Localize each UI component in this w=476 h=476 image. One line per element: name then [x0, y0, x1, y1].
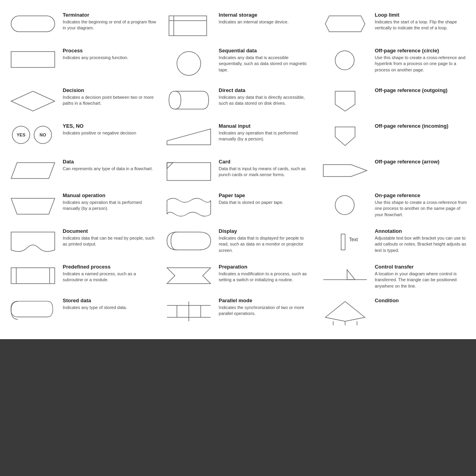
title-condition: Condition [375, 298, 469, 303]
item-annotation: Text AnnotationAdjustable text box with … [316, 224, 472, 260]
desc-terminator: Indicates the beginning or end of a prog… [63, 19, 157, 31]
bottom-panel [0, 339, 476, 476]
shape-card[interactable] [163, 159, 215, 184]
shape-annotation[interactable]: Text [319, 228, 371, 256]
shape-loop-limit[interactable] [319, 12, 371, 36]
text-sequential-data: Sequential dataIndicates any data that i… [219, 48, 313, 73]
shape-predefined-process[interactable] [7, 264, 59, 288]
shape-control-transfer[interactable] [319, 264, 371, 290]
title-loop-limit: Loop limit [375, 12, 469, 18]
svg-marker-9 [335, 91, 355, 111]
item-control-transfer: Control transferA location in your diagr… [316, 260, 472, 294]
svg-marker-31 [347, 270, 355, 280]
svg-point-23 [335, 196, 354, 215]
shape-stored-data[interactable] [7, 298, 59, 323]
svg-marker-16 [11, 163, 55, 178]
title-document: Document [63, 228, 157, 234]
title-direct-data: Direct data [219, 87, 313, 93]
item-internal-storage: Internal storageIndicates an internal st… [160, 8, 316, 44]
title-off-page-arrow: Off-page reference (arrow) [375, 159, 469, 165]
text-data: DataCan represents any type of data in a… [63, 159, 157, 172]
shape-display[interactable] [163, 228, 215, 254]
title-yes-no: YES, NO [63, 123, 157, 129]
desc-paper-tape: Data that is stored on paper tape. [219, 200, 313, 205]
shape-yes-no[interactable]: YES NO [7, 123, 59, 147]
svg-marker-29 [167, 268, 211, 284]
svg-marker-14 [167, 129, 211, 145]
text-off-page-arrow: Off-page reference (arrow) [375, 159, 469, 166]
title-decision: Decision [63, 87, 157, 93]
shape-condition[interactable] [319, 298, 371, 327]
desc-data: Can represents any type of data in a flo… [63, 166, 157, 172]
shape-sequential-data[interactable] [163, 48, 215, 79]
title-off-page-outgoing: Off-page reference (outgoing) [375, 87, 469, 93]
title-terminator: Terminator [63, 12, 157, 18]
text-control-transfer: Control transferA location in your diagr… [375, 264, 469, 289]
flowchart-reference: TerminatorIndicates the beginning or end… [0, 0, 476, 339]
shape-on-page-reference[interactable] [319, 192, 371, 218]
shape-data[interactable] [7, 159, 59, 182]
desc-loop-limit: Indicates the start of a loop. Flip the … [375, 19, 469, 31]
desc-off-page-circle: Use this shape to create a cross-referen… [375, 55, 469, 73]
desc-direct-data: Indicates any data that is directly acce… [219, 94, 313, 107]
item-off-page-outgoing: Off-page reference (outgoing) [316, 83, 472, 119]
shape-decision[interactable] [7, 87, 59, 115]
shape-process[interactable] [7, 48, 59, 71]
svg-marker-4 [325, 16, 365, 32]
shape-terminator[interactable] [7, 12, 59, 36]
item-off-page-incoming: Off-page reference (incoming) [316, 119, 472, 155]
text-stored-data: Stored dataIndicates any type of stored … [63, 298, 157, 311]
title-paper-tape: Paper tape [219, 192, 313, 198]
item-predefined-process: Predefined processIndicates a named proc… [4, 260, 160, 294]
desc-document: Indicates data that can be read by peopl… [63, 235, 157, 248]
title-off-page-incoming: Off-page reference (incoming) [375, 123, 469, 129]
shape-document[interactable] [7, 228, 59, 256]
shape-preparation[interactable] [163, 264, 215, 288]
title-internal-storage: Internal storage [219, 12, 313, 18]
svg-marker-8 [11, 91, 55, 111]
text-annotation: AnnotationAdjustable text box with brack… [375, 228, 469, 253]
svg-text:YES: YES [17, 132, 25, 137]
shape-paper-tape[interactable] [163, 192, 215, 220]
title-control-transfer: Control transfer [375, 264, 469, 270]
item-off-page-circle: Off-page reference (circle)Use this shap… [316, 44, 472, 83]
item-document: DocumentIndicates data that can be read … [4, 224, 160, 260]
text-document: DocumentIndicates data that can be read … [63, 228, 157, 248]
svg-marker-39 [325, 301, 365, 321]
item-on-page-reference: On-page referenceUse this shape to creat… [316, 188, 472, 224]
text-manual-input: Manual inputIndicates any operation that… [219, 123, 313, 142]
svg-marker-15 [335, 127, 355, 146]
shape-manual-input[interactable] [163, 123, 215, 149]
shape-direct-data[interactable] [163, 87, 215, 113]
shape-off-page-circle[interactable] [319, 48, 371, 73]
item-condition: Condition [316, 294, 472, 331]
desc-sequential-data: Indicates any data that is accessible se… [219, 55, 313, 73]
text-manual-operation: Manual operationIndicates any operation … [63, 192, 157, 212]
desc-card: Data that is input by means of cards, su… [219, 166, 313, 178]
title-data: Data [63, 159, 157, 165]
text-paper-tape: Paper tapeData that is stored on paper t… [219, 192, 313, 205]
desc-manual-operation: Indicates any operation that is performe… [63, 200, 157, 212]
items-grid: TerminatorIndicates the beginning or end… [4, 8, 472, 331]
svg-point-7 [335, 51, 354, 70]
shape-internal-storage[interactable] [163, 12, 215, 40]
shape-off-page-arrow[interactable] [319, 159, 371, 182]
text-decision: DecisionIndicates a decision point betwe… [63, 87, 157, 107]
svg-marker-17 [167, 163, 211, 180]
item-manual-operation: Manual operationIndicates any operation … [4, 188, 160, 224]
shape-off-page-incoming[interactable] [319, 123, 371, 151]
shape-manual-operation[interactable] [7, 192, 59, 218]
shape-parallel-mode[interactable] [163, 298, 215, 325]
shape-off-page-outgoing[interactable] [319, 87, 371, 115]
title-display: Display [219, 228, 313, 234]
text-loop-limit: Loop limitIndicates the start of a loop.… [375, 12, 469, 31]
desc-parallel-mode: Indicates the synchronization of two or … [219, 305, 313, 317]
title-stored-data: Stored data [63, 298, 157, 303]
svg-rect-26 [11, 268, 55, 284]
text-display: DisplayIndicates data that is displayed … [219, 228, 313, 253]
svg-text:NO: NO [40, 132, 46, 137]
item-sequential-data: Sequential dataIndicates any data that i… [160, 44, 316, 83]
title-card: Card [219, 159, 313, 165]
text-preparation: PreparationIndicates a modification to a… [219, 264, 313, 283]
item-direct-data: Direct dataIndicates any data that is di… [160, 83, 316, 119]
